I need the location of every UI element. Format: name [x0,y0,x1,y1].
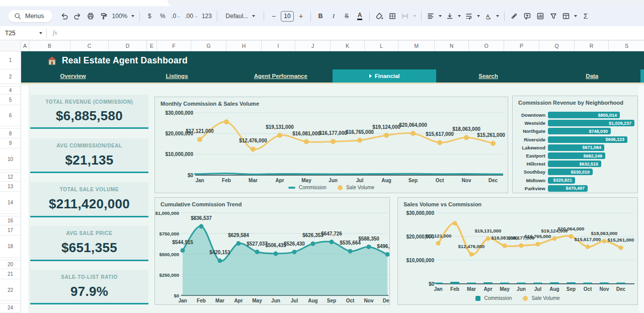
font-family-control[interactable]: Defaul... [221,10,260,23]
column-header-G[interactable]: G [191,40,226,51]
format-currency-button[interactable]: $ [143,10,155,23]
redo-button[interactable] [71,10,84,23]
column-header-R[interactable]: R [575,40,609,51]
row-header-2[interactable]: 2 [0,69,21,84]
chart-cumulative-commission-trend[interactable]: Cumulative Commission Trend $0$250,000$5… [154,197,390,305]
insert-link-button[interactable] [508,10,520,23]
row-header-6[interactable]: 6 [0,105,21,126]
fill-color-button[interactable] [373,10,385,23]
number-format-button[interactable]: 123 [200,10,213,23]
row-header-21[interactable]: 21 [0,269,21,279]
svg-text:Jul: Jul [291,298,298,303]
column-header-A[interactable]: A [21,40,29,51]
column-header-J[interactable]: J [295,40,331,51]
column-header-F[interactable]: F [157,40,191,51]
horizontal-align-button[interactable] [425,10,443,23]
column-header-M[interactable]: M [398,40,435,51]
row-header-14[interactable]: 14 [0,192,21,214]
text-color-button[interactable]: A [354,10,366,23]
tab-search[interactable]: Search [436,69,540,83]
row-header-17[interactable]: 17 [0,225,21,236]
row-header-5[interactable]: 5 [0,95,21,105]
merge-cells-button[interactable] [399,10,418,23]
functions-button[interactable]: Σ [580,10,592,23]
row-header-18[interactable]: 18 [0,236,21,258]
text-rotation-button[interactable]: A [482,10,501,23]
font-size-input[interactable]: 10 [281,11,294,22]
kpi-value: $651,355 [61,236,117,260]
kpi-value: $21,135 [65,148,113,172]
toolbar-divider [369,11,370,21]
kpi-card-2[interactable]: AVG COMMISSION/DEAL$21,135 [30,138,148,173]
row-header-24[interactable]: 24 [0,303,21,312]
bold-button[interactable]: B [314,10,327,23]
svg-text:$544,915: $544,915 [172,240,193,245]
currency-glyph: $ [148,13,151,20]
row-header-8[interactable]: 8 [0,129,21,138]
text-wrap-button[interactable] [463,10,481,23]
fx-icon: fx [53,29,57,37]
row-header-13[interactable]: 13 [0,182,21,192]
print-button[interactable] [85,10,97,23]
vertical-align-button[interactable] [444,10,462,23]
column-header-N[interactable]: N [435,40,469,51]
column-header-K[interactable]: K [331,40,365,51]
row-header-16[interactable]: 16 [0,216,21,225]
chart-sales-volume-vs-commission[interactable]: Sales Volume vs Commission $0$10,000,000… [397,197,638,305]
row-header-12[interactable]: 12 [0,173,21,182]
column-header-S[interactable]: S [609,40,644,51]
column-header-H[interactable]: H [226,40,262,51]
kpi-card-1[interactable]: TOTAL REVENUE (COMMISSION)$6,885,580 [30,95,148,129]
svg-text:Jan: Jan [434,286,442,292]
tab-agent-performance[interactable]: Agent Performance [229,69,333,83]
fill-color-icon [375,12,383,20]
cell-name-box[interactable]: T25 [0,30,46,37]
neighborhood-row: Downtown$855,014 [517,112,620,118]
tab-overview[interactable]: Overview [21,69,125,83]
column-header-O[interactable]: O [469,40,504,51]
undo-button[interactable] [58,10,70,23]
tab-financial[interactable]: Financial [333,69,436,83]
legend-item: Commission [288,185,327,190]
tab-listings[interactable]: Listings [125,69,228,83]
increase-font-size-button[interactable]: + [295,10,307,23]
create-filter-button[interactable] [547,10,559,23]
column-header-P[interactable]: P [504,40,539,51]
insert-chart-button[interactable] [534,10,546,23]
row-header-10[interactable]: 10 [0,148,21,170]
strikethrough-button[interactable]: S [341,10,353,23]
italic-button[interactable]: I [328,10,340,23]
row-header-1[interactable]: 1 [0,51,21,69]
insert-comment-button[interactable] [521,10,533,23]
column-header-L[interactable]: L [365,40,398,51]
dashboard-title: Real Estate Agent Dashboard [62,55,188,66]
column-header-E[interactable]: E [147,40,157,51]
column-header-Q[interactable]: Q [539,40,575,51]
zoom-control[interactable]: 100% [111,10,136,23]
svg-text:$0: $0 [174,293,179,298]
kpi-card-4[interactable]: AVG SALE PRICE$651,355 [30,226,148,261]
decrease-font-size-button[interactable]: − [268,10,280,23]
borders-button[interactable] [386,10,398,23]
table-options-button[interactable] [560,10,579,23]
chart-commission-by-neighborhood[interactable]: Commission Revenue by Neighborhood Downt… [512,96,638,193]
kpi-card-3[interactable]: TOTAL SALE VOLUME$211,420,000 [30,182,148,217]
kpi-card-5[interactable]: SALE-TO-LIST RATIO97.9% [30,270,148,304]
decrease-decimal-button[interactable]: .0← [170,10,182,23]
row-header-4[interactable]: 4 [0,87,21,95]
column-header-D[interactable]: D [109,40,147,51]
column-header-B[interactable]: B [29,40,70,51]
tab-data[interactable]: Data [540,69,644,83]
row-header-9[interactable]: 9 [0,138,21,148]
chart-monthly-commission-sales-volume[interactable]: Monthly Commission & Sales Volume $0$10,… [154,97,508,193]
format-percent-button[interactable]: % [156,10,169,23]
row-header-20[interactable]: 20 [0,260,21,269]
column-header-I[interactable]: I [262,40,295,51]
select-all-corner[interactable] [0,40,21,51]
comment-icon [523,12,531,20]
paint-format-button[interactable] [98,10,110,23]
increase-decimal-button[interactable]: .00→ [183,10,199,23]
column-header-C[interactable]: C [70,40,109,51]
row-header-22[interactable]: 22 [0,279,21,301]
menus-button[interactable]: Menus [8,10,52,22]
